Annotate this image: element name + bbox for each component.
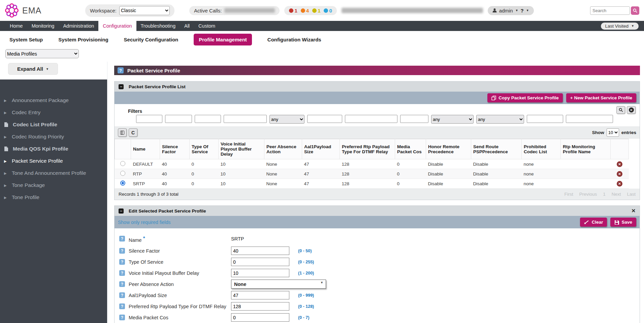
page-help-icon[interactable]: ? <box>118 67 124 73</box>
profile-category-row: Media Profiles <box>0 48 644 62</box>
field-help-icon[interactable]: ? <box>119 236 125 241</box>
subnav-item-profile-management[interactable]: Profile Management <box>194 34 252 45</box>
column-header-send-route-pspprecedence[interactable]: Send Route PSPPrecedence <box>471 139 522 159</box>
close-edit-panel-icon[interactable]: ✕ <box>631 208 636 214</box>
pagination-1[interactable]: 1 <box>603 192 606 197</box>
field-select-peer-absence-action[interactable]: None▼ <box>231 280 326 289</box>
page-size-select[interactable]: 10 <box>607 128 619 137</box>
pagination-next[interactable]: Next <box>612 192 621 197</box>
workspace-label: Workspace: <box>90 8 117 13</box>
field-input-voice-initial-playout-buffer-delay[interactable] <box>231 269 289 277</box>
last-visited-dropdown[interactable]: Last Visited ▼ <box>601 23 639 30</box>
clear-button[interactable]: Clear <box>580 218 607 227</box>
filter-input-7[interactable] <box>400 115 428 123</box>
expand-all-button[interactable]: Expand All ▼ <box>8 63 58 75</box>
sidebar-item-tone-and-announcement-profile[interactable]: ▶Tone And Announcement Profile <box>0 167 107 179</box>
field-help-icon[interactable]: ? <box>119 303 125 309</box>
field-help-icon[interactable]: ? <box>119 292 125 298</box>
field-help-icon[interactable]: ? <box>119 248 125 254</box>
column-header-silence-factor[interactable]: Silence Factor <box>160 139 190 159</box>
sidebar-item-tone-profile[interactable]: ▶Tone Profile <box>0 191 107 203</box>
sidebar-item-codec-list-profile[interactable]: Codec List Profile <box>0 119 107 131</box>
filter-select-8[interactable]: any <box>431 115 474 124</box>
filter-input-6[interactable] <box>345 115 397 123</box>
filter-input-0[interactable] <box>136 115 162 123</box>
sidebar-item-announcement-package[interactable]: ▶Announcement Package <box>0 94 107 106</box>
column-header-prohibited-codec-list[interactable]: Prohibited Codec List <box>522 139 561 159</box>
sidebar-item-codec-routing-priority[interactable]: ▶Codec Routing Priority <box>0 131 107 143</box>
delete-row-icon[interactable]: ✕ <box>617 171 622 177</box>
row-radio-rtp[interactable] <box>120 171 125 176</box>
filters-block: Filters ✕ anyanyany <box>115 104 640 126</box>
pagination-first[interactable]: First <box>564 192 573 197</box>
subnav-item-configuration-wizards[interactable]: Configuration Wizards <box>267 37 321 42</box>
field-input-aal1payload-size[interactable] <box>231 291 289 299</box>
field-input-media-packet-cos[interactable] <box>231 313 289 322</box>
field-input-silence-factor[interactable] <box>231 247 289 255</box>
collapse-list-panel-icon[interactable]: – <box>119 84 124 89</box>
nav-item-troubleshooting[interactable]: Troubleshooting <box>136 21 180 31</box>
row-radio-default[interactable] <box>120 161 125 166</box>
column-header-media-packet-cos[interactable]: Media Packet Cos <box>395 139 426 159</box>
column-header-aal1payload-size[interactable]: Aal1Payload Size <box>302 139 340 159</box>
field-help-icon[interactable]: ? <box>119 281 125 287</box>
field-help-icon[interactable]: ? <box>119 315 125 320</box>
row-radio-srtp[interactable] <box>120 181 125 186</box>
filter-input-11[interactable] <box>566 115 613 123</box>
collapse-edit-panel-icon[interactable]: – <box>119 208 124 214</box>
global-search-input[interactable] <box>590 6 630 15</box>
global-search-button[interactable] <box>631 6 639 15</box>
pagination-previous[interactable]: Previous <box>579 192 597 197</box>
workspace-select[interactable]: Classic <box>119 6 170 15</box>
pagination: FirstPrevious1NextLast <box>564 192 636 197</box>
nav-item-custom[interactable]: Custom <box>194 21 220 31</box>
column-picker-button[interactable] <box>118 128 127 137</box>
filter-select-4[interactable]: any <box>269 115 304 124</box>
field-help-icon[interactable]: ? <box>119 259 125 265</box>
column-header-name[interactable]: Name <box>131 139 160 159</box>
field-input-preferred-rtp-payload-type-for-dtmf-relay[interactable] <box>231 302 289 311</box>
clear-filters-button[interactable]: ✕ <box>627 106 636 114</box>
subnav-item-system-provisioning[interactable]: System Provisioning <box>58 37 108 42</box>
sidebar-item-media-qos-kpi-profile[interactable]: Media QOS Kpi Profile <box>0 143 107 155</box>
expand-arrow-icon: ▶ <box>4 111 7 115</box>
user-menu[interactable]: admin ▼ ? ▼ <box>488 6 534 15</box>
sidebar-item-codec-entry[interactable]: ▶Codec Entry <box>0 106 107 119</box>
sidebar-item-tone-package[interactable]: ▶Tone Package <box>0 179 107 191</box>
subnav-item-security-configuration[interactable]: Security Configuration <box>124 37 179 42</box>
column-header-rtp-monitoring-profile-name[interactable]: Rtp Monitoring Profile Name <box>561 139 611 159</box>
show-required-link[interactable]: Show only required fields <box>118 220 170 225</box>
nav-item-home[interactable]: Home <box>5 21 27 31</box>
expand-arrow-icon: ▶ <box>4 171 7 175</box>
copy-profile-button[interactable]: Copy Packet Service Profile <box>487 93 563 102</box>
filter-cell-7 <box>400 115 431 124</box>
delete-row-icon[interactable]: ✕ <box>617 181 622 187</box>
column-header-peer-absence-action[interactable]: Peer Absence Action <box>264 139 302 159</box>
field-input-type-of-service[interactable] <box>231 258 289 266</box>
apply-filters-button[interactable] <box>616 106 625 114</box>
column-header-voice-initial-playout-buffer-delay[interactable]: Voice Initial Playout Buffer Delay <box>219 139 264 159</box>
field-help-icon[interactable]: ? <box>119 270 125 276</box>
filter-select-9[interactable]: any <box>476 115 524 124</box>
column-header-honor-remote-precedence[interactable]: Honor Remote Precedence <box>426 139 471 159</box>
sidebar-item-packet-service-profile[interactable]: ▶Packet Service Profile <box>0 155 107 167</box>
profile-category-select[interactable]: Media Profiles <box>5 49 79 58</box>
nav-item-all[interactable]: All <box>180 21 194 31</box>
save-button[interactable]: Save <box>610 218 636 227</box>
filter-input-3[interactable] <box>224 115 267 123</box>
help-menu-icon[interactable]: ? <box>521 8 524 13</box>
filter-input-2[interactable] <box>195 115 221 123</box>
subnav-item-system-setup[interactable]: System Setup <box>9 37 43 42</box>
nav-item-administration[interactable]: Administration <box>59 21 98 31</box>
delete-row-icon[interactable]: ✕ <box>617 161 622 167</box>
filter-input-1[interactable] <box>165 115 192 123</box>
pagination-last[interactable]: Last <box>627 192 636 197</box>
filter-input-5[interactable] <box>307 115 342 123</box>
filter-input-10[interactable] <box>527 115 563 123</box>
nav-item-monitoring[interactable]: Monitoring <box>27 21 59 31</box>
new-profile-button[interactable]: + New Packet Service Profile <box>566 93 636 102</box>
nav-item-configuration[interactable]: Configuration <box>98 21 136 31</box>
column-header-type-of-service[interactable]: Type Of Service <box>190 139 219 159</box>
refresh-button[interactable]: C <box>129 128 137 137</box>
column-header-preferred-rtp-payload-type-for-dtmf-relay[interactable]: Preferred Rtp Payload Type For DTMF Rela… <box>340 139 395 159</box>
